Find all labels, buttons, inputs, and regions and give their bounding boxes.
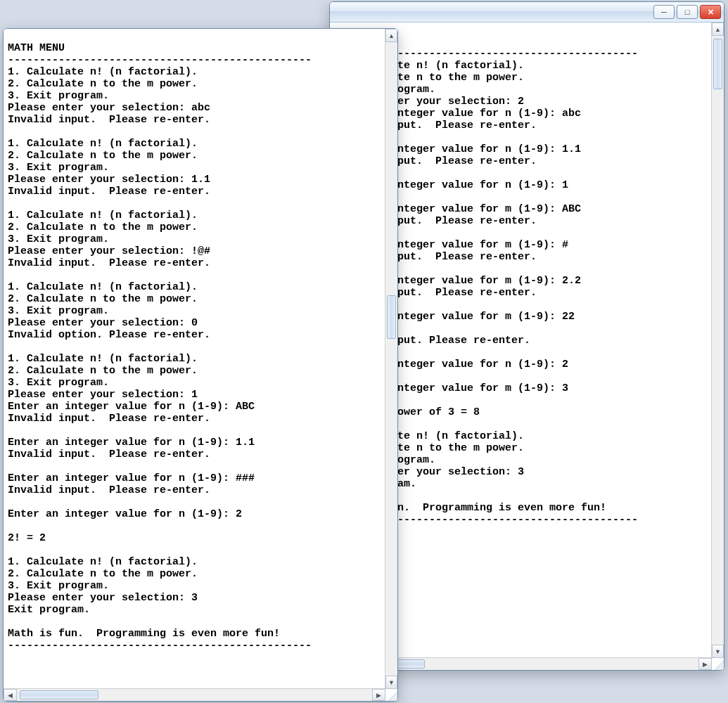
maximize-button[interactable]: □	[677, 5, 698, 19]
horizontal-scroll-thumb[interactable]	[20, 690, 98, 699]
minimize-icon: ─	[661, 8, 667, 16]
minimize-button[interactable]: ─	[653, 5, 675, 19]
scroll-down-button[interactable]: ▼	[712, 645, 724, 658]
vertical-scroll-track[interactable]	[712, 36, 724, 645]
console-window-left: MATH MENU ------------------------------…	[3, 28, 398, 702]
scroll-right-button[interactable]: ▶	[372, 689, 385, 701]
scroll-right-button[interactable]: ▶	[698, 658, 712, 670]
horizontal-scroll-track[interactable]	[17, 689, 372, 701]
horizontal-scrollbar[interactable]: ◀ ▶	[4, 688, 385, 701]
scroll-left-button[interactable]: ◀	[4, 689, 17, 701]
close-icon: ✕	[708, 8, 714, 17]
console-area-left: MATH MENU ------------------------------…	[4, 29, 397, 701]
scroll-down-button[interactable]: ▼	[385, 676, 397, 689]
vertical-scrollbar[interactable]: ▲ ▼	[711, 22, 724, 658]
console-output-left: MATH MENU ------------------------------…	[4, 29, 397, 653]
maximize-icon: □	[685, 8, 690, 16]
scroll-up-button[interactable]: ▲	[712, 22, 724, 36]
vertical-scroll-track[interactable]	[385, 42, 397, 676]
close-button[interactable]: ✕	[700, 5, 721, 19]
resize-grip[interactable]	[712, 658, 724, 670]
vertical-scroll-thumb[interactable]	[387, 295, 396, 339]
resize-grip[interactable]	[385, 689, 397, 701]
vertical-scroll-thumb[interactable]	[713, 39, 722, 89]
vertical-scrollbar[interactable]: ▲ ▼	[385, 29, 397, 689]
titlebar[interactable]: ─ □ ✕	[330, 2, 724, 22]
scroll-up-button[interactable]: ▲	[385, 29, 397, 42]
